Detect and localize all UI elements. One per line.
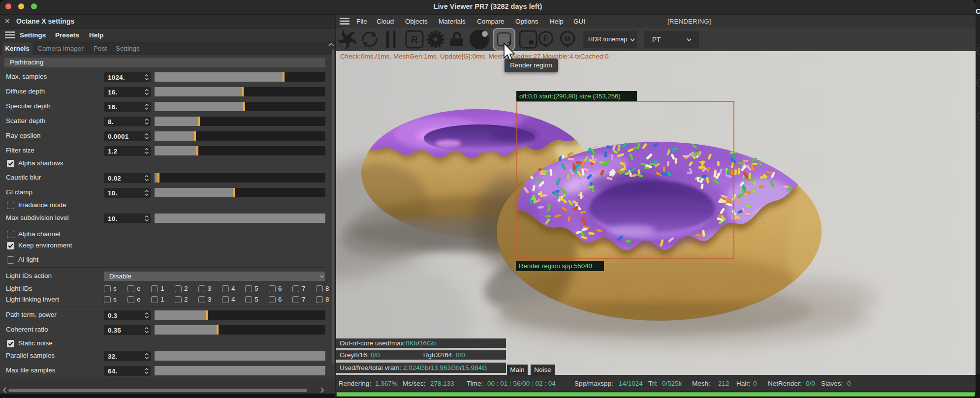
svg-text:F: F xyxy=(543,34,548,43)
svg-text:M: M xyxy=(565,34,571,43)
svg-text:Render region spp:55040: Render region spp:55040 xyxy=(519,262,592,270)
svg-text:R: R xyxy=(411,34,418,45)
svg-text:off:0,0 start:(290,80) size:(3: off:0,0 start:(290,80) size:(353,256) xyxy=(519,92,621,100)
